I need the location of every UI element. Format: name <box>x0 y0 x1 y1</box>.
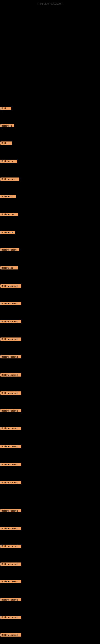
bottleneck-result-label: Bottleneck result <box>0 320 21 323</box>
bottleneck-result-label: Bottleneck result <box>0 527 21 530</box>
bottleneck-result-label: Bottleneck result <box>0 409 21 412</box>
bottleneck-result-label: Bottleneck result <box>0 355 21 358</box>
bottleneck-result-label: Bottleneck result <box>0 544 21 548</box>
bottleneck-result-label: Bottleneck re <box>0 213 18 216</box>
bottleneck-result-label: Bottleneck result <box>0 580 21 583</box>
bottleneck-result-label: Bottleneck result <box>0 392 21 395</box>
cursor-line <box>1 106 2 112</box>
bottleneck-result-label: Bottleneck result <box>0 562 21 566</box>
bottleneck-result-label: Bottleneck result <box>0 338 21 341</box>
bottleneck-result-label: Bottleneck result <box>0 302 21 305</box>
bottleneck-result-label: Bottleneck <box>0 124 14 128</box>
bottleneck-result-label: Bottleneck result <box>0 284 21 288</box>
bottleneck-result-label: Bottlenecked <box>0 231 15 234</box>
bottleneck-result-label: Bottleneck result <box>0 427 21 430</box>
bottleneck-result-label: Bottleneck r <box>0 160 17 163</box>
cursor-line <box>1 124 2 130</box>
bottleneck-result-label: Bottleneck result <box>0 509 21 512</box>
bottleneck-result-label: Bottleneck result <box>0 445 21 448</box>
bottleneck-result-label: Bottleneck result <box>0 373 21 376</box>
bottleneck-result-label: Bottl <box>0 107 11 110</box>
bottleneck-result-label: Bottler <box>0 142 12 145</box>
bottleneck-result-label: Bottleneck r <box>0 266 18 270</box>
site-title: TheBottlenecker.com <box>36 2 64 6</box>
bottleneck-result-label: Bottleneck <box>0 195 16 198</box>
bottleneck-result-label: Bottleneck result <box>0 598 21 601</box>
bottleneck-result-label: Bottleneck result <box>0 616 21 619</box>
bottleneck-result-label: Bottleneck result <box>0 481 21 484</box>
bottleneck-result-label: Bottleneck result <box>0 633 21 636</box>
bottleneck-result-label: Bottleneck resu <box>0 248 19 251</box>
bottleneck-result-label: Bottleneck res <box>0 178 19 181</box>
bottleneck-result-label: Bottleneck result <box>0 463 21 466</box>
